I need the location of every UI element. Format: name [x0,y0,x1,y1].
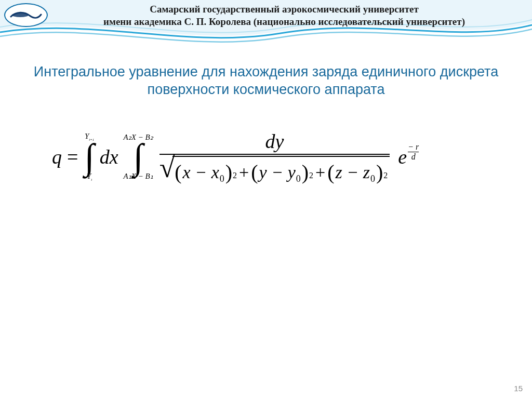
university-logo [4,3,48,27]
integral-equation: q = Yi+1 ∫ Yi dx A₂X − B₂ ∫ A₁X − B₁ dy … [52,130,496,185]
integral-2: A₂X − B₂ ∫ A₁X − B₁ [124,134,153,180]
exponent-numerator: − r [408,142,419,152]
exponential-term: e − r d [398,145,419,168]
formula-container: q = Yi+1 ∫ Yi dx A₂X − B₂ ∫ A₁X − B₁ dy … [0,130,532,185]
integral-1: Yi+1 ∫ Yi [84,132,94,182]
slide-header: Самарский государственный аэрокосмически… [0,0,532,34]
svg-point-0 [12,13,29,17]
integral-1-lower: Yi [87,172,92,182]
integral-symbol-icon: ∫ [133,142,143,171]
university-line-2: имени академика С. П. Королева (национал… [52,16,516,28]
integral-2-lower: A₁X − B₁ [124,172,153,180]
fraction-denominator: √ ( x − x0 )2 + ( y − y0 )2 + ( z − z0 )… [159,155,390,185]
radicand: ( x − x0 )2 + ( y − y0 )2 + ( z − z0 )2 [172,156,390,185]
university-line-1: Самарский государственный аэрокосмически… [52,3,516,16]
university-name: Самарский государственный аэрокосмически… [52,3,516,28]
equals-sign: = [67,145,78,168]
main-fraction: dy √ ( x − x0 )2 + ( y − y0 )2 + ( z [159,130,390,185]
exponent-denominator: d [411,152,416,162]
e-base: e [398,145,407,168]
integral-symbol-icon: ∫ [84,142,94,171]
page-number: 15 [514,384,523,393]
fraction-numerator: dy [255,130,295,154]
lhs-variable: q [52,145,62,168]
slide-title: Интегральное уравнение для нахождения за… [31,63,501,99]
dx-differential: dx [100,145,118,168]
radical-symbol-icon: √ [159,155,175,184]
square-root: √ ( x − x0 )2 + ( y − y0 )2 + ( z − z0 )… [159,156,390,185]
exponent-fraction: − r d [408,142,419,162]
